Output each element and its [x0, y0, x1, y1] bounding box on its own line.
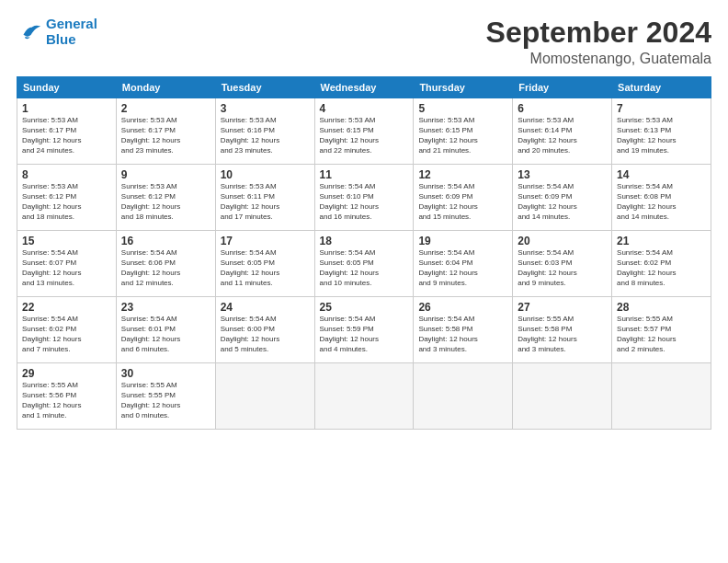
day-info: Sunrise: 5:53 AM Sunset: 6:15 PM Dayligh…: [320, 116, 409, 155]
day-info: Sunrise: 5:54 AM Sunset: 6:08 PM Dayligh…: [617, 182, 706, 222]
day-number: 22: [22, 301, 111, 314]
calendar-cell: 2Sunrise: 5:53 AM Sunset: 6:17 PM Daylig…: [116, 98, 215, 165]
day-info: Sunrise: 5:54 AM Sunset: 6:09 PM Dayligh…: [518, 182, 607, 222]
day-number: 19: [418, 235, 507, 247]
day-info: Sunrise: 5:54 AM Sunset: 6:05 PM Dayligh…: [221, 248, 310, 288]
calendar-cell: 7Sunrise: 5:53 AM Sunset: 6:13 PM Daylig…: [612, 98, 711, 165]
calendar-cell: 18Sunrise: 5:54 AM Sunset: 6:05 PM Dayli…: [314, 231, 414, 297]
day-number: 2: [121, 102, 210, 115]
day-info: Sunrise: 5:54 AM Sunset: 5:58 PM Dayligh…: [418, 315, 507, 354]
calendar-cell: 4Sunrise: 5:53 AM Sunset: 6:15 PM Daylig…: [314, 98, 414, 165]
day-info: Sunrise: 5:54 AM Sunset: 6:03 PM Dayligh…: [518, 248, 607, 288]
day-number: 25: [320, 301, 409, 314]
day-info: Sunrise: 5:53 AM Sunset: 6:15 PM Dayligh…: [418, 116, 507, 155]
calendar-cell: [314, 363, 414, 430]
day-number: 29: [22, 367, 111, 380]
day-info: Sunrise: 5:54 AM Sunset: 6:05 PM Dayligh…: [320, 248, 409, 288]
calendar-cell: 15Sunrise: 5:54 AM Sunset: 6:07 PM Dayli…: [17, 231, 117, 297]
header-wednesday: Wednesday: [314, 77, 414, 98]
page-header: General Blue September 2024 Momostenango…: [17, 17, 711, 67]
day-info: Sunrise: 5:54 AM Sunset: 6:00 PM Dayligh…: [221, 315, 310, 354]
calendar-cell: 14Sunrise: 5:54 AM Sunset: 6:08 PM Dayli…: [612, 165, 711, 231]
header-tuesday: Tuesday: [215, 77, 314, 98]
day-info: Sunrise: 5:54 AM Sunset: 5:59 PM Dayligh…: [320, 315, 409, 354]
calendar-cell: 30Sunrise: 5:55 AM Sunset: 5:55 PM Dayli…: [116, 363, 215, 430]
day-number: 28: [617, 301, 706, 314]
calendar-cell: 17Sunrise: 5:54 AM Sunset: 6:05 PM Dayli…: [215, 231, 314, 297]
calendar-cell: 16Sunrise: 5:54 AM Sunset: 6:06 PM Dayli…: [116, 231, 215, 297]
calendar-cell: 21Sunrise: 5:54 AM Sunset: 6:02 PM Dayli…: [612, 231, 711, 297]
day-number: 26: [418, 301, 507, 314]
header-thursday: Thursday: [414, 77, 513, 98]
calendar-cell: 28Sunrise: 5:55 AM Sunset: 5:57 PM Dayli…: [612, 297, 711, 363]
day-number: 11: [320, 168, 409, 181]
day-number: 5: [418, 102, 507, 115]
calendar-cell: 23Sunrise: 5:54 AM Sunset: 6:01 PM Dayli…: [116, 297, 215, 363]
calendar-cell: 11Sunrise: 5:54 AM Sunset: 6:10 PM Dayli…: [314, 165, 414, 231]
day-number: 7: [617, 102, 706, 115]
calendar-cell: 26Sunrise: 5:54 AM Sunset: 5:58 PM Dayli…: [414, 297, 513, 363]
day-info: Sunrise: 5:53 AM Sunset: 6:16 PM Dayligh…: [221, 116, 310, 155]
day-info: Sunrise: 5:55 AM Sunset: 5:55 PM Dayligh…: [121, 381, 210, 420]
day-info: Sunrise: 5:53 AM Sunset: 6:17 PM Dayligh…: [22, 116, 111, 155]
day-number: 8: [22, 168, 111, 181]
calendar-cell: 19Sunrise: 5:54 AM Sunset: 6:04 PM Dayli…: [414, 231, 513, 297]
header-sunday: Sunday: [17, 77, 117, 98]
calendar-cell: [612, 363, 711, 430]
day-number: 23: [121, 301, 210, 314]
day-number: 1: [22, 102, 111, 115]
calendar-cell: 8Sunrise: 5:53 AM Sunset: 6:12 PM Daylig…: [17, 165, 117, 231]
calendar-cell: 20Sunrise: 5:54 AM Sunset: 6:03 PM Dayli…: [513, 231, 612, 297]
calendar-cell: 24Sunrise: 5:54 AM Sunset: 6:00 PM Dayli…: [215, 297, 314, 363]
header-saturday: Saturday: [612, 77, 711, 98]
logo-line2: Blue: [46, 31, 76, 47]
header-monday: Monday: [116, 77, 215, 98]
day-number: 18: [320, 235, 409, 247]
day-number: 10: [221, 168, 310, 181]
header-friday: Friday: [513, 77, 612, 98]
logo-icon: [17, 19, 42, 45]
day-number: 15: [22, 235, 111, 247]
day-number: 12: [418, 168, 507, 181]
calendar-cell: 12Sunrise: 5:54 AM Sunset: 6:09 PM Dayli…: [414, 165, 513, 231]
calendar-cell: 29Sunrise: 5:55 AM Sunset: 5:56 PM Dayli…: [17, 363, 117, 430]
calendar-cell: 9Sunrise: 5:53 AM Sunset: 6:12 PM Daylig…: [116, 165, 215, 231]
calendar-cell: 1Sunrise: 5:53 AM Sunset: 6:17 PM Daylig…: [17, 98, 117, 165]
day-number: 20: [518, 235, 607, 247]
logo-line1: General: [46, 16, 97, 31]
day-info: Sunrise: 5:54 AM Sunset: 6:02 PM Dayligh…: [22, 315, 111, 354]
day-info: Sunrise: 5:55 AM Sunset: 5:56 PM Dayligh…: [22, 381, 111, 420]
day-number: 30: [121, 367, 210, 380]
day-info: Sunrise: 5:53 AM Sunset: 6:13 PM Dayligh…: [617, 116, 706, 155]
day-info: Sunrise: 5:54 AM Sunset: 6:10 PM Dayligh…: [320, 182, 409, 222]
day-number: 24: [221, 301, 310, 314]
title-block: September 2024 Momostenango, Guatemala: [486, 17, 711, 67]
day-info: Sunrise: 5:54 AM Sunset: 6:04 PM Dayligh…: [418, 248, 507, 288]
day-number: 13: [518, 168, 607, 181]
day-info: Sunrise: 5:54 AM Sunset: 6:09 PM Dayligh…: [418, 182, 507, 222]
location-subtitle: Momostenango, Guatemala: [486, 51, 711, 67]
calendar-cell: 13Sunrise: 5:54 AM Sunset: 6:09 PM Dayli…: [513, 165, 612, 231]
calendar-cell: 6Sunrise: 5:53 AM Sunset: 6:14 PM Daylig…: [513, 98, 612, 165]
day-number: 14: [617, 168, 706, 181]
day-number: 16: [121, 235, 210, 247]
month-title: September 2024: [486, 17, 711, 49]
calendar-cell: [513, 363, 612, 430]
day-info: Sunrise: 5:53 AM Sunset: 6:11 PM Dayligh…: [221, 182, 310, 222]
calendar-cell: 22Sunrise: 5:54 AM Sunset: 6:02 PM Dayli…: [17, 297, 117, 363]
day-number: 3: [221, 102, 310, 115]
calendar-cell: 25Sunrise: 5:54 AM Sunset: 5:59 PM Dayli…: [314, 297, 414, 363]
day-info: Sunrise: 5:53 AM Sunset: 6:12 PM Dayligh…: [121, 182, 210, 222]
day-info: Sunrise: 5:54 AM Sunset: 6:06 PM Dayligh…: [121, 248, 210, 288]
day-info: Sunrise: 5:55 AM Sunset: 5:57 PM Dayligh…: [617, 315, 706, 354]
day-info: Sunrise: 5:54 AM Sunset: 6:01 PM Dayligh…: [121, 315, 210, 354]
calendar-cell: [414, 363, 513, 430]
day-info: Sunrise: 5:54 AM Sunset: 6:07 PM Dayligh…: [22, 248, 111, 288]
calendar-cell: 27Sunrise: 5:55 AM Sunset: 5:58 PM Dayli…: [513, 297, 612, 363]
header-row: Sunday Monday Tuesday Wednesday Thursday…: [17, 77, 711, 98]
calendar-cell: 5Sunrise: 5:53 AM Sunset: 6:15 PM Daylig…: [414, 98, 513, 165]
day-info: Sunrise: 5:53 AM Sunset: 6:12 PM Dayligh…: [22, 182, 111, 222]
calendar-cell: 10Sunrise: 5:53 AM Sunset: 6:11 PM Dayli…: [215, 165, 314, 231]
calendar-cell: [215, 363, 314, 430]
day-number: 6: [518, 102, 607, 115]
